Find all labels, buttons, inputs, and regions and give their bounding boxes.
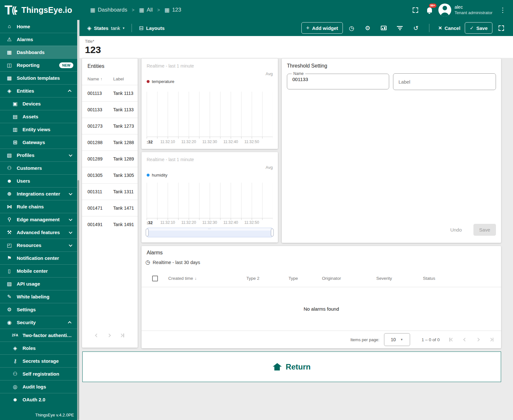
undo-button[interactable]: Undo: [447, 224, 465, 235]
return-button[interactable]: Return: [82, 352, 501, 382]
more-menu-button[interactable]: ⋮: [497, 6, 508, 14]
legend-humidity[interactable]: humidity: [147, 173, 167, 178]
prev-page-button[interactable]: [96, 334, 98, 337]
audit-logs-icon: ◎: [12, 384, 19, 389]
sidebar-item-resources[interactable]: ◰Resources: [0, 239, 77, 251]
sidebar-item-entities[interactable]: ◈Entities: [0, 84, 77, 97]
alarms-timewindow-button[interactable]: ◷ Realtime - last 30 days: [145, 259, 200, 266]
sidebar-item-home[interactable]: ⌂Home: [0, 20, 77, 33]
selector-grip-icon[interactable]: ⋯: [208, 227, 212, 231]
table-row[interactable]: 001133Tank 1133: [82, 101, 138, 118]
legend-temperature[interactable]: temperature: [147, 79, 174, 84]
dashboard-settings-button[interactable]: ⚙: [360, 22, 375, 34]
resources-icon: ◰: [6, 243, 13, 248]
layouts-button[interactable]: Layouts: [146, 25, 165, 31]
table-row[interactable]: 001491Tank 1491: [82, 216, 138, 233]
sidebar-item-secrets-storage[interactable]: ⚷Secrets storage: [0, 354, 77, 367]
title-field-value[interactable]: 123: [85, 44, 513, 55]
sidebar-item-security[interactable]: ◉Security: [0, 316, 77, 329]
breadcrumb-separator: >: [157, 7, 160, 13]
sidebar-item-self-registration[interactable]: ⚇Self registration: [0, 367, 77, 380]
chevron-down-icon[interactable]: ▾: [123, 26, 124, 30]
plus-icon: +: [306, 25, 310, 32]
sidebar-item-solution-templates[interactable]: ▩Solution templates: [0, 71, 77, 84]
column-type2: Type 2: [246, 276, 289, 281]
dashboard-icon: ▦: [90, 7, 95, 13]
sidebar-item-edge-management[interactable]: ⚲Edge management: [0, 213, 77, 226]
column-created-time[interactable]: Created time↓: [168, 276, 246, 281]
toolbar-left: ◈ States tank ▾ ⊟ Layouts: [79, 24, 165, 32]
sidebar-item-integrations-center[interactable]: ⊕Integrations center: [0, 187, 77, 200]
sidebar-scrollbar[interactable]: [77, 20, 79, 420]
brand-logo[interactable]: T(( ThingsEye.io: [0, 4, 80, 16]
sidebar-item-gateways[interactable]: ⊞Gateways: [0, 136, 77, 149]
threshold-save-button[interactable]: Save: [473, 224, 496, 236]
prev-page-button[interactable]: [464, 338, 466, 341]
table-row[interactable]: 001311Tank 1311: [82, 183, 138, 200]
thingseye-logo-icon: T((: [5, 4, 17, 16]
gateways-icon: ⊞: [12, 140, 19, 145]
manage-layouts-button[interactable]: [376, 22, 391, 34]
select-all-checkbox[interactable]: [152, 276, 158, 281]
sidebar-item-mobile-center[interactable]: ▯Mobile center: [0, 264, 77, 277]
sidebar-item-roles[interactable]: ◈Roles: [0, 342, 77, 354]
sidebar-item-alarms[interactable]: ⚠Alarms: [0, 33, 77, 46]
chevron-down-icon: [69, 243, 72, 246]
name-input[interactable]: [291, 76, 379, 82]
notifications-button[interactable]: 99+: [422, 3, 436, 17]
user-avatar[interactable]: [438, 4, 451, 16]
breadcrumb-all[interactable]: ▦ All: [139, 7, 153, 13]
items-per-page-select[interactable]: 10 ▼: [384, 333, 410, 346]
table-row[interactable]: 001289Tank 1289: [82, 151, 138, 167]
next-page-button[interactable]: [477, 338, 479, 341]
sidebar-item-white-labeling[interactable]: ✎White labeling: [0, 290, 77, 303]
sidebar-item-entity-views[interactable]: ▥Entity views: [0, 123, 77, 136]
scrollbar-thumb[interactable]: [78, 180, 79, 420]
sidebar-item-audit-logs[interactable]: ◎Audit logs: [0, 380, 77, 393]
sidebar-item-notification-center[interactable]: ⚑Notification center: [0, 251, 77, 264]
last-page-button[interactable]: [120, 333, 124, 337]
fullscreen-button[interactable]: [408, 3, 422, 17]
selector-right-handle[interactable]: [271, 229, 274, 236]
next-page-button[interactable]: [108, 334, 110, 337]
fullscreen-toggle-button[interactable]: [494, 22, 508, 34]
sidebar-item-advanced-features[interactable]: ⚒Advanced features: [0, 226, 77, 239]
version-history-button[interactable]: ↺: [408, 22, 423, 34]
last-page-button[interactable]: [490, 338, 494, 342]
breadcrumb-dashboards[interactable]: ▦ Dashboards: [90, 7, 127, 13]
first-page-button[interactable]: [449, 338, 453, 342]
sidebar-item-two-factor[interactable]: 2FATwo-factor authenticati…: [0, 329, 77, 342]
time-range-selector[interactable]: ⋯: [147, 228, 273, 237]
sidebar-item-dashboards[interactable]: ▦Dashboards: [0, 46, 77, 59]
selector-left-handle[interactable]: [146, 229, 149, 236]
filter-button[interactable]: [392, 22, 407, 34]
table-row[interactable]: 001305Tank 1305: [82, 167, 138, 183]
breadcrumb-current[interactable]: ▦ 123: [164, 7, 181, 13]
sort-asc-icon: ↑: [100, 77, 102, 81]
table-row[interactable]: 001471Tank 1471: [82, 200, 138, 216]
add-widget-button[interactable]: +Add widget: [301, 22, 343, 34]
sidebar-item-customers[interactable]: ⚇Customers: [0, 161, 77, 174]
cancel-button[interactable]: ×Cancel: [435, 24, 463, 32]
sidebar-item-devices[interactable]: ▣Devices: [0, 97, 77, 110]
column-name[interactable]: Name↑: [87, 77, 113, 81]
sidebar-item-assets[interactable]: ▤Assets: [0, 110, 77, 123]
table-row[interactable]: 001288Tank 1288: [82, 134, 138, 151]
sidebar-item-rule-chains[interactable]: ⋈Rule chains: [0, 200, 77, 213]
sidebar-item-users[interactable]: ☻Users: [0, 174, 77, 187]
save-button[interactable]: ✓Save: [465, 22, 492, 34]
sidebar-item-profiles[interactable]: ▧Profiles: [0, 149, 77, 161]
sidebar-item-oauth[interactable]: ☻OAuth 2.0: [0, 393, 77, 406]
label-input[interactable]: [393, 73, 496, 90]
timewindow-button[interactable]: ◷: [344, 22, 359, 34]
states-value[interactable]: tank: [111, 25, 120, 31]
table-row[interactable]: 001273Tank 1273: [82, 118, 138, 134]
sidebar-item-reporting[interactable]: ◫ReportingNEW: [0, 59, 77, 71]
page-range-label: 1 – 0 of 0: [422, 337, 440, 342]
header-actions: 99+ alec Tenant administrator ⋮: [408, 3, 513, 17]
two-factor-icon: 2FA: [12, 334, 19, 337]
sidebar-item-api-usage[interactable]: ▨API usage: [0, 277, 77, 290]
table-row[interactable]: 001113Tank 1113: [82, 85, 138, 101]
sidebar: ⌂Home ⚠Alarms ▦Dashboards ◫ReportingNEW …: [0, 20, 77, 420]
sidebar-item-settings[interactable]: ⚙Settings: [0, 303, 77, 316]
